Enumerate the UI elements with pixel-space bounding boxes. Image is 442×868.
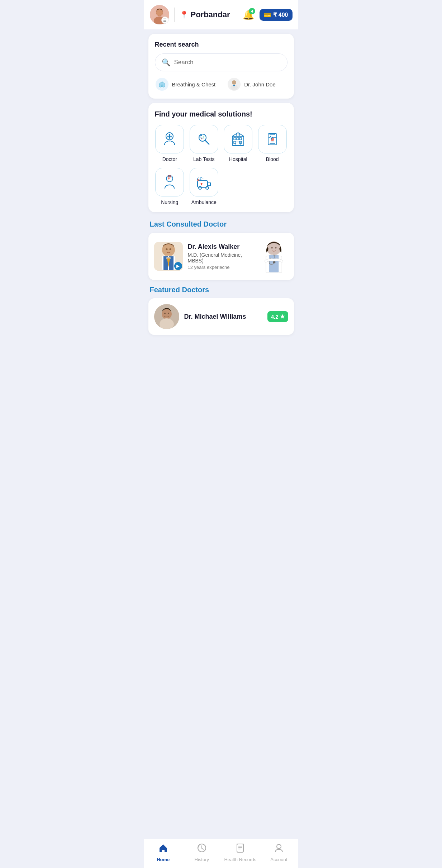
notification-button[interactable]: 🔔 4 bbox=[242, 8, 255, 22]
svg-point-45 bbox=[169, 248, 171, 250]
recent-item-dr-r[interactable]: Dr. R bbox=[287, 77, 287, 91]
service-hospital[interactable]: Hospital bbox=[223, 125, 253, 162]
recent-search-card: Recent search 🔍 Breathing & Chest bbox=[148, 34, 294, 99]
svg-point-64 bbox=[277, 844, 281, 849]
featured-doctor-card[interactable]: Dr. Michael Williams 4.2 ★ bbox=[148, 298, 294, 335]
svg-rect-27 bbox=[239, 141, 242, 143]
health-records-icon bbox=[235, 843, 245, 855]
svg-rect-23 bbox=[234, 138, 236, 140]
nav-home-label: Home bbox=[157, 857, 170, 862]
medical-solutions-card: Find your medical solutions! Doctor bbox=[148, 103, 294, 212]
nav-account[interactable]: Account bbox=[260, 843, 298, 862]
service-nursing[interactable]: Nursing bbox=[155, 168, 185, 205]
dr-alexis-photo-right bbox=[260, 238, 288, 274]
nav-health-records-label: Health Records bbox=[224, 857, 256, 862]
recent-item-breathing-label: Breathing & Chest bbox=[172, 81, 216, 87]
svg-point-18 bbox=[200, 135, 202, 136]
header-actions: 🔔 4 💳 ₹ 400 bbox=[242, 8, 292, 22]
recent-item-dr-john[interactable]: Dr. John Doe bbox=[227, 77, 276, 91]
nav-home[interactable]: Home bbox=[144, 843, 183, 862]
hospital-icon-box bbox=[224, 125, 252, 153]
svg-point-3 bbox=[156, 9, 163, 16]
service-ambulance[interactable]: Ambulance bbox=[189, 168, 219, 205]
dr-alexis-experience: 12 years experiecne bbox=[188, 265, 255, 270]
recent-items-list: Breathing & Chest Dr. John Doe bbox=[155, 77, 287, 91]
dr-alexis-specialty: M.D. (General Medicine, MBBS) bbox=[188, 252, 255, 264]
services-grid-row2: Nursing Ambulance bbox=[155, 168, 287, 205]
rating-value: 4.2 bbox=[271, 314, 279, 320]
app-header: ☰ 📍 Porbandar 🔔 4 💳 ₹ 400 bbox=[144, 0, 298, 29]
user-avatar[interactable]: ☰ bbox=[150, 5, 169, 24]
wallet-icon: 💳 bbox=[264, 11, 271, 18]
svg-point-57 bbox=[168, 313, 169, 314]
svg-point-6 bbox=[232, 80, 236, 85]
lab-tests-icon-box bbox=[190, 125, 218, 153]
recent-item-breathing[interactable]: Breathing & Chest bbox=[155, 77, 216, 91]
wallet-amount: ₹ 400 bbox=[273, 11, 288, 18]
header-divider bbox=[174, 8, 175, 22]
location-pin-icon: 📍 bbox=[180, 10, 189, 19]
service-doctor-label: Doctor bbox=[162, 156, 177, 162]
account-icon bbox=[274, 843, 284, 855]
search-box[interactable]: 🔍 bbox=[155, 53, 287, 71]
dr-michael-avatar bbox=[154, 304, 179, 329]
svg-point-37 bbox=[199, 179, 201, 180]
star-icon: ★ bbox=[280, 313, 285, 320]
location-name: Porbandar bbox=[191, 10, 230, 19]
services-grid-row1: Doctor Lab Tests bbox=[155, 125, 287, 162]
recent-search-label: Recent search bbox=[155, 41, 287, 48]
ambulance-icon-box bbox=[190, 168, 218, 196]
svg-point-44 bbox=[166, 248, 167, 250]
svg-point-19 bbox=[203, 137, 204, 138]
lungs-icon bbox=[155, 77, 169, 91]
svg-rect-8 bbox=[233, 85, 235, 87]
last-consulted-card[interactable]: ▶ Dr. Alexis Walker M.D. (General Medici… bbox=[148, 233, 294, 280]
dr-alexis-info: Dr. Alexis Walker M.D. (General Medicine… bbox=[188, 243, 255, 270]
svg-point-21 bbox=[204, 138, 204, 139]
search-icon: 🔍 bbox=[162, 58, 171, 67]
location-selector[interactable]: 📍 Porbandar bbox=[180, 10, 238, 19]
service-blood-label: Blood bbox=[266, 156, 279, 162]
dr-michael-name: Dr. Michael Williams bbox=[184, 313, 262, 321]
last-consulted-heading: Last Consulted Doctor bbox=[144, 217, 298, 231]
nursing-icon-box bbox=[155, 168, 184, 196]
svg-rect-60 bbox=[237, 844, 243, 852]
medical-solutions-title: Find your medical solutions! bbox=[155, 110, 287, 118]
nav-health-records[interactable]: Health Records bbox=[221, 843, 260, 862]
home-icon bbox=[158, 843, 168, 855]
dr-alexis-name: Dr. Alexis Walker bbox=[188, 243, 255, 251]
svg-rect-25 bbox=[239, 138, 242, 140]
service-nursing-label: Nursing bbox=[161, 199, 178, 205]
nav-history[interactable]: History bbox=[182, 843, 221, 862]
search-input[interactable] bbox=[174, 59, 281, 66]
service-lab-label: Lab Tests bbox=[193, 156, 215, 162]
svg-point-54 bbox=[162, 309, 172, 319]
wallet-button[interactable]: 💳 ₹ 400 bbox=[260, 9, 292, 21]
service-doctor[interactable]: Doctor bbox=[155, 125, 185, 162]
menu-icon[interactable]: ☰ bbox=[161, 16, 168, 24]
blood-icon-box bbox=[258, 125, 287, 153]
nav-history-label: History bbox=[195, 857, 209, 862]
svg-point-56 bbox=[164, 313, 166, 314]
service-hospital-label: Hospital bbox=[229, 156, 247, 162]
service-blood[interactable]: Blood bbox=[257, 125, 287, 162]
dr-alexis-avatar: ▶ bbox=[154, 242, 183, 271]
service-lab-tests[interactable]: Lab Tests bbox=[189, 125, 219, 162]
history-icon bbox=[197, 843, 207, 855]
svg-point-46 bbox=[267, 241, 281, 255]
doctor-john-icon bbox=[227, 77, 241, 91]
rating-badge: 4.2 ★ bbox=[267, 311, 288, 322]
notification-badge: 4 bbox=[249, 8, 255, 14]
svg-point-51 bbox=[275, 247, 276, 248]
svg-rect-26 bbox=[234, 141, 236, 143]
dr-michael-info: Dr. Michael Williams bbox=[184, 313, 262, 321]
bottom-navigation: Home History Health Records bbox=[144, 839, 298, 868]
svg-line-17 bbox=[205, 140, 209, 144]
video-call-badge: ▶ bbox=[174, 262, 182, 270]
featured-doctors-heading: Featured Doctors bbox=[144, 282, 298, 296]
svg-rect-24 bbox=[237, 138, 239, 140]
nav-account-label: Account bbox=[270, 857, 287, 862]
doctor-r-icon bbox=[287, 77, 287, 91]
service-ambulance-label: Ambulance bbox=[191, 199, 217, 205]
svg-point-50 bbox=[271, 247, 272, 248]
